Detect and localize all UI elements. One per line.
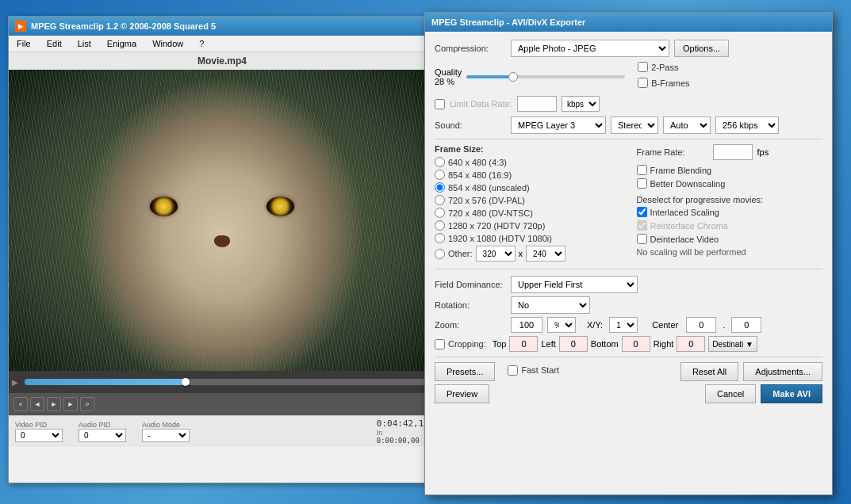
menu-bar: File Edit List Enigma Window ? (9, 36, 435, 52)
size-1920-radio[interactable] (435, 233, 445, 243)
quality-label-col: Quality 28 % (435, 67, 462, 86)
limit-data-rate-label: Limit Data Rate: (450, 99, 512, 109)
cropping-checkbox[interactable] (435, 339, 445, 349)
size-1280-radio[interactable] (435, 220, 445, 231)
center-x-input[interactable] (686, 317, 716, 333)
size-720-480-label: 720 x 480 (DV-NTSC) (448, 208, 533, 218)
video-placeholder (9, 70, 435, 371)
sound-rate-select[interactable]: Auto (663, 116, 711, 134)
size-1920-row: 1920 x 1080 (HDTV 1080i) (435, 233, 621, 243)
sound-codec-select[interactable]: MPEG Layer 3 (511, 116, 606, 134)
size-720-576-row: 720 x 576 (DV-PAL) (435, 195, 621, 205)
size-other-label: Other: (448, 249, 473, 258)
two-pass-label: 2-Pass (651, 63, 678, 72)
two-pass-row: 2-Pass (638, 62, 689, 72)
options-button[interactable]: Options... (674, 40, 729, 57)
b-frames-checkbox[interactable] (638, 78, 648, 88)
time-block: 0:04:42,18 In 0:00:00,00 (377, 418, 429, 445)
frame-size-left: Frame Size: 640 x 480 (4:3) 854 x 480 (1… (435, 144, 621, 264)
prev-frame-button[interactable]: ◄ (30, 397, 44, 411)
time-display: 0:04:42,18 (377, 418, 429, 429)
menu-list[interactable]: List (73, 37, 96, 50)
rewind-button[interactable]: « (13, 397, 28, 411)
xy-select[interactable]: 1 (609, 317, 638, 333)
left-input[interactable] (559, 336, 588, 352)
compression-select[interactable]: Apple Photo - JPEG (511, 40, 669, 57)
zoom-label: Zoom: (435, 320, 506, 330)
destinati-button[interactable]: Destinati ▼ (708, 336, 757, 352)
sound-bitrate-select[interactable]: 256 kbps (715, 116, 779, 134)
bottom-buttons-row1: Presets... Fast Start Reset All Adjustme… (435, 362, 822, 381)
interlaced-scaling-row: Interlaced Scaling (637, 207, 823, 217)
frame-size-section: Frame Size: 640 x 480 (4:3) 854 x 480 (1… (435, 144, 822, 264)
rotation-label: Rotation: (435, 300, 506, 310)
cancel-button[interactable]: Cancel (705, 384, 756, 403)
limit-data-rate-checkbox[interactable] (435, 99, 445, 109)
audio-pid-select[interactable]: 0 (79, 429, 126, 442)
deinterlace-video-checkbox[interactable] (637, 234, 647, 244)
reinterface-chroma-checkbox[interactable] (637, 220, 647, 231)
center-y-input[interactable] (731, 317, 761, 333)
other-width-select[interactable]: 320 (476, 246, 516, 262)
quality-label: Quality (435, 67, 462, 77)
creature-eye-left (150, 197, 178, 216)
size-854-unscaled-radio[interactable] (435, 182, 445, 193)
main-window: ▶ MPEG Streamclip 1.2 © 2006-2008 Square… (8, 16, 436, 483)
size-640-radio[interactable] (435, 157, 445, 167)
zoom-input[interactable] (511, 317, 542, 333)
play-button[interactable]: ► (47, 397, 61, 411)
menu-help[interactable]: ? (194, 37, 209, 50)
frame-blending-checkbox[interactable] (637, 165, 647, 175)
kbps-select[interactable]: kbps (562, 96, 600, 112)
creature-face (9, 70, 435, 371)
progress-bar[interactable] (25, 379, 427, 385)
top-label: Top (493, 339, 507, 349)
video-pid-select[interactable]: 0 (15, 429, 63, 442)
menu-window[interactable]: Window (148, 37, 188, 50)
size-720-576-radio[interactable] (435, 195, 445, 205)
field-dominance-row: Field Dominance: Upper Field First (435, 276, 822, 293)
menu-edit[interactable]: Edit (42, 37, 67, 50)
better-downscaling-checkbox[interactable] (637, 178, 647, 189)
rotation-select[interactable]: No (511, 296, 590, 314)
fps-input[interactable] (713, 144, 753, 160)
fast-forward-button[interactable]: » (80, 397, 94, 411)
data-rate-input[interactable] (517, 96, 557, 112)
next-frame-button[interactable]: ► (63, 397, 78, 411)
presets-button[interactable]: Presets... (435, 362, 495, 381)
preview-button[interactable]: Preview (435, 384, 489, 403)
exporter-dialog: MPEG Streamclip - AVI/DivX Exporter Comp… (424, 12, 833, 495)
other-height-select[interactable]: 240 (526, 246, 565, 262)
sound-channels-select[interactable]: Stereo (611, 116, 658, 134)
size-720-480-row: 720 x 480 (DV-NTSC) (435, 208, 621, 218)
quality-slider[interactable] (466, 75, 625, 78)
two-pass-checkbox[interactable] (638, 62, 648, 72)
xy-label: X/Y: (587, 320, 603, 330)
reinterface-chroma-row: Reinterface Chroma (637, 220, 823, 231)
make-avi-button[interactable]: Make AVI (761, 384, 822, 403)
menu-enigma[interactable]: Enigma (102, 37, 141, 50)
better-downscaling-row: Better Downscaling (637, 178, 823, 189)
video-title: Movie.mp4 (9, 52, 435, 70)
size-640-row: 640 x 480 (4:3) (435, 157, 621, 167)
size-other-radio[interactable] (435, 249, 445, 259)
size-854-16-radio[interactable] (435, 170, 445, 180)
zoom-unit-select[interactable]: % (547, 317, 576, 333)
reset-all-button[interactable]: Reset All (680, 362, 738, 381)
rotation-row: Rotation: No (435, 296, 822, 314)
progress-thumb (182, 378, 190, 386)
field-dominance-select[interactable]: Upper Field First (511, 276, 638, 293)
interlaced-scaling-checkbox[interactable] (637, 207, 647, 217)
right-input[interactable] (677, 336, 705, 352)
bottom-input[interactable] (622, 336, 650, 352)
size-640-label: 640 x 480 (4:3) (448, 158, 507, 167)
size-720-480-radio[interactable] (435, 208, 445, 218)
size-1280-row: 1280 x 720 (HDTV 720p) (435, 220, 621, 231)
adjustments-button[interactable]: Adjustments... (743, 362, 822, 381)
bottom-buttons-row2: Preview Cancel Make AVI (435, 384, 822, 403)
menu-file[interactable]: File (12, 37, 36, 50)
fast-start-checkbox[interactable] (508, 365, 518, 376)
pass-options: 2-Pass B-Frames (638, 62, 689, 91)
top-input[interactable] (509, 336, 538, 352)
audio-mode-select[interactable]: - (142, 429, 190, 442)
